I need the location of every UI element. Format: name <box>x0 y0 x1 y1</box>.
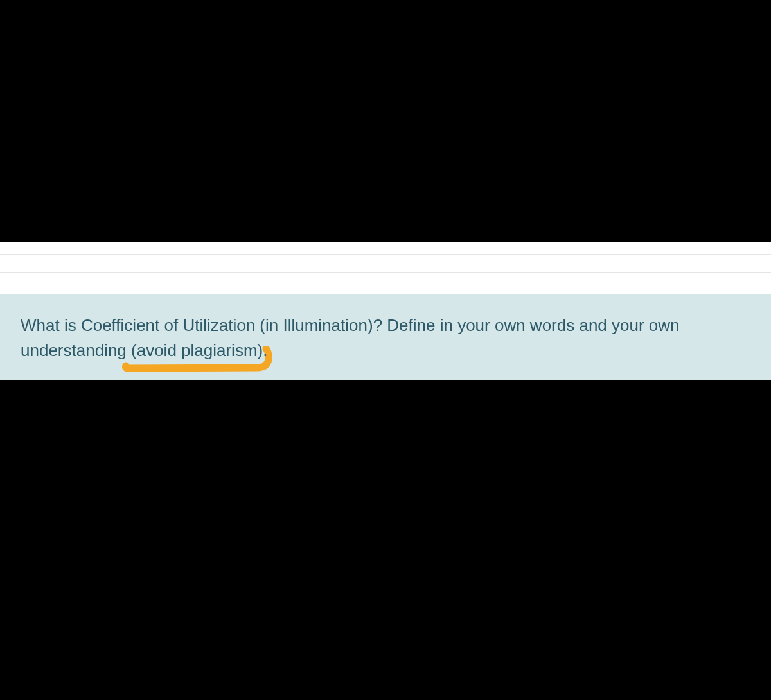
top-black-region <box>0 0 771 242</box>
bottom-black-region <box>0 380 771 700</box>
white-divider-band <box>0 242 771 294</box>
page-container: What is Coefficient of Utilization (in I… <box>0 0 771 700</box>
question-text: What is Coefficient of Utilization (in I… <box>21 313 750 363</box>
question-block: What is Coefficient of Utilization (in I… <box>0 294 771 380</box>
